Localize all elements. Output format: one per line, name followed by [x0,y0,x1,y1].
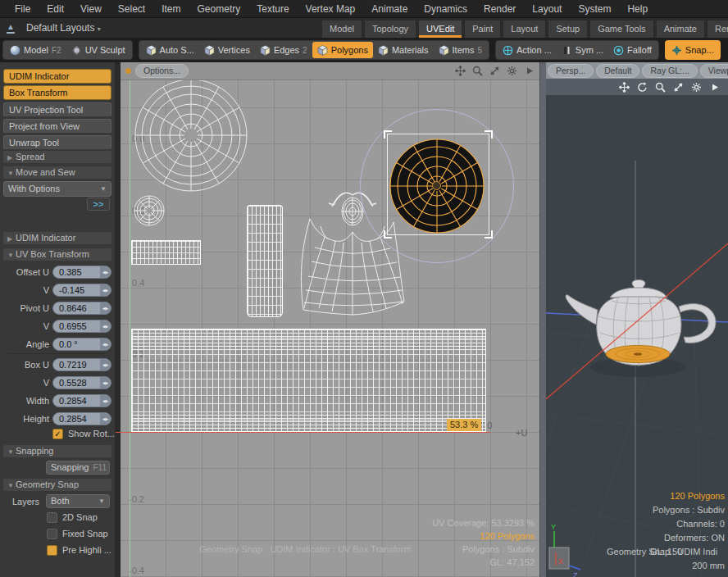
layout-tab[interactable]: Topology [364,20,416,38]
udim-indicator-section-header[interactable]: ▶UDIM Indicator [3,232,111,244]
checkbox-checked-icon[interactable]: ✓ [52,429,63,439]
value-field[interactable]: 0.385 ◀▶ [52,266,111,279]
menu-item[interactable]: Edit [39,0,72,18]
snapping-toggle-button[interactable]: Snap... [665,40,721,60]
symmetry-button[interactable]: Sym ... [557,42,608,58]
corner-handle[interactable] [485,230,493,239]
perspective-3d-viewport[interactable]: Y X Z Persp...DefaultRay GL:...Viewpor..… [546,62,728,577]
panel-menu-arrow-icon[interactable] [709,82,720,93]
menu-item[interactable]: Animate [363,0,416,18]
spinner-icon[interactable]: ◀▶ [100,338,111,350]
corner-handle[interactable] [384,230,392,239]
options-button[interactable]: Options... [135,64,189,78]
gear-icon[interactable] [507,66,517,76]
value-field[interactable]: -0.145 ◀▶ [52,284,111,297]
spread-section-header[interactable]: ▶Spread [3,151,111,163]
polygons-mode-button[interactable]: Polygons [312,42,373,58]
model-mode-button[interactable]: Model F2 [5,42,66,58]
with-options-dropdown[interactable]: With Options▼ [3,181,111,197]
menu-item[interactable]: File [7,0,39,18]
spinner-icon[interactable]: ◀▶ [100,266,111,278]
maximize-icon[interactable] [489,66,500,76]
pan-icon[interactable] [619,82,630,93]
spinner-icon[interactable]: ◀▶ [100,302,111,314]
orbit-icon[interactable] [637,82,648,93]
eject-icon[interactable]: ▲ [0,23,21,34]
axis-gizmo: Y X Z [549,523,580,577]
menu-item[interactable]: Texture [248,0,297,18]
layout-preset-dropdown[interactable]: Default Layouts ▾ [26,22,101,34]
pan-icon[interactable] [455,66,466,76]
layout-tab[interactable]: Model [321,20,362,38]
geometry-snap-section-header[interactable]: ▼Geometry Snap [3,479,111,491]
menu-item[interactable]: Dynamics [416,0,475,18]
materials-mode-button[interactable]: Materials [373,42,434,58]
gear-icon[interactable] [691,82,702,93]
menu-item[interactable]: System [570,0,619,18]
uv-projection-tool-button[interactable]: UV Projection Tool [3,102,111,117]
expand-panel-button[interactable]: >> [87,198,110,211]
zoom-icon[interactable] [655,82,666,93]
menu-item[interactable]: Vertex Map [298,0,364,18]
uv-editor-viewport[interactable]: 0.8 0.6 0.4 0.2 -0.2 -0.4 1.0 +U [121,62,539,577]
value-field[interactable]: 0.8646 ◀▶ [52,302,111,315]
menu-item[interactable]: Geometry [189,0,249,18]
viewport-pill-button[interactable]: Default [596,64,639,78]
layout-tab[interactable]: Paint [464,20,501,38]
move-and-sew-section-header[interactable]: ▼Move and Sew [3,166,111,179]
spinner-icon[interactable]: ◀▶ [100,395,111,407]
checkbox-icon[interactable] [47,545,57,556]
edges-mode-button[interactable]: Edges 2 [255,42,312,58]
viewport-pill-button[interactable]: Persp... [548,64,594,78]
uv-sculpt-button[interactable]: UV Sculpt [66,42,130,58]
vertices-mode-button[interactable]: Vertices [199,42,255,58]
corner-handle[interactable] [384,130,392,139]
auto-select-button[interactable]: Auto S... [141,42,199,58]
menu-item[interactable]: Item [153,0,189,18]
corner-handle[interactable] [485,130,493,139]
value-field[interactable]: 0.0 ° ◀▶ [52,338,111,351]
udim-indicator-tool-button[interactable]: UDIM Indicator [3,69,111,84]
spinner-icon[interactable]: ◀▶ [100,377,111,388]
snapping-popup-button[interactable]: Snapping F11 [46,461,110,475]
checkbox-icon[interactable] [47,512,57,523]
viewport-pill-button[interactable]: Ray GL:... [642,64,697,78]
layout-tab[interactable]: UVEdit [418,20,462,38]
value-field[interactable]: 0.7219 ◀▶ [52,358,111,371]
viewport-pill-button[interactable]: Viewpor... [700,64,728,78]
uv-box-transform-section-header[interactable]: ▼UV Box Transform [3,248,111,261]
box-transform-tool-button[interactable]: Box Transform [3,85,111,100]
layers-dropdown[interactable]: Both ▼ [46,494,110,508]
unwrap-tool-button[interactable]: Unwrap Tool [3,135,111,150]
falloff-button[interactable]: Falloff [608,42,657,58]
menu-item[interactable]: View [72,0,110,18]
maximize-icon[interactable] [673,82,684,93]
layout-tab[interactable]: Layout [503,20,546,38]
menu-item[interactable]: Render [475,0,524,18]
snapping-section-header[interactable]: ▼Snapping [3,445,111,457]
layout-tab[interactable]: Game Tools [589,20,654,38]
action-center-button[interactable]: Action ... [498,42,557,58]
layout-tab[interactable]: Setup [548,20,588,38]
transform-pivot-icon[interactable] [432,181,441,190]
spinner-icon[interactable]: ◀▶ [100,284,111,296]
menu-item[interactable]: Select [110,0,153,18]
layout-tab[interactable]: Animate [656,20,705,38]
spinner-icon[interactable]: ◀▶ [100,359,111,370]
spinner-icon[interactable]: ◀▶ [100,413,111,425]
value-field[interactable]: 0.2854 ◀▶ [52,412,111,425]
items-mode-button[interactable]: Items 5 [434,42,487,58]
value-field[interactable]: 0.2854 ◀▶ [52,394,111,407]
panel-splitter[interactable] [115,62,121,577]
menu-item[interactable]: Layout [524,0,570,18]
viewport-splitter[interactable] [539,62,546,577]
checkbox-icon[interactable] [47,529,57,539]
value-field[interactable]: 0.5528 ◀▶ [52,376,111,389]
menu-item[interactable]: Help [619,0,656,18]
layout-tab[interactable]: Render [707,20,728,38]
spinner-icon[interactable]: ◀▶ [100,320,111,332]
zoom-icon[interactable] [472,66,483,76]
project-from-view-button[interactable]: Project from View [3,119,111,134]
value-field[interactable]: 0.6955 ◀▶ [52,320,111,333]
panel-menu-arrow-icon[interactable] [524,66,535,76]
